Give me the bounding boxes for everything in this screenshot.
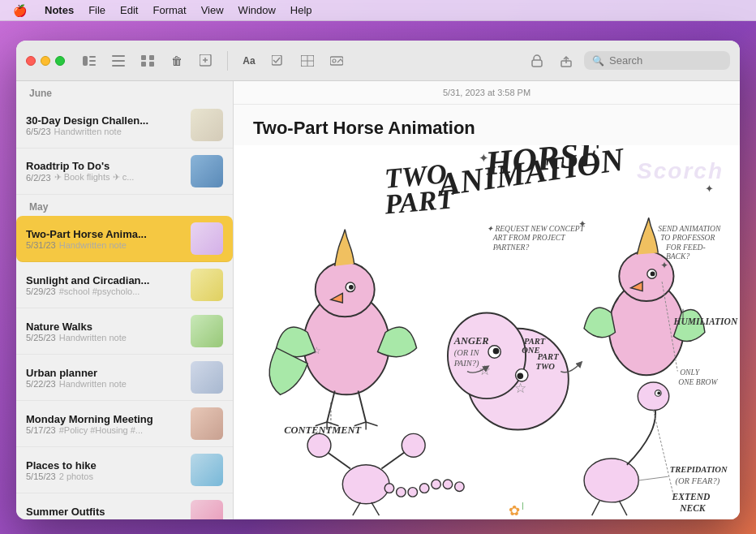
note-thumbnail [191,454,223,486]
format-button[interactable]: Aa [238,50,260,72]
note-info: Roadtrip To Do's 6/2/23 ✈ Book flights ✈… [26,160,183,183]
apple-menu[interactable]: 🍎 [6,2,33,19]
share-button[interactable] [555,50,578,72]
note-info: Two-Part Horse Anima... 5/31/23 Handwrit… [26,228,183,250]
note-title: Summer Outfits [26,506,183,518]
note-meta: 5/29/23 #school #psycholo... [26,286,183,296]
note-meta: 5/15/23 [26,518,183,520]
note-info: Nature Walks 5/25/23 Handwritten note [26,321,183,342]
svg-text:✦: ✦ [705,183,714,195]
svg-text:ONE BROW: ONE BROW [678,377,718,386]
search-input[interactable] [609,54,723,67]
svg-point-85 [455,482,465,492]
svg-rect-6 [112,65,125,67]
svg-text:✦ REQUEST NEW CONCEPT: ✦ REQUEST NEW CONCEPT [487,224,585,233]
svg-text:EXTEND: EXTEND [672,492,711,502]
svg-text:NECK: NECK [679,503,707,513]
svg-point-79 [384,484,394,493]
title-bar: 🗑 Aa [16,41,740,81]
note-item[interactable]: Places to hike 5/15/23 2 photos [16,447,233,493]
svg-text:SEND ANIMATION: SEND ANIMATION [658,224,721,233]
list-view-button[interactable] [107,50,130,72]
svg-text:✦: ✦ [660,261,668,270]
close-button[interactable] [26,56,36,66]
sidebar-toggle-button[interactable] [78,50,101,72]
traffic-lights [26,56,65,66]
svg-point-82 [419,484,429,493]
gallery-view-button[interactable] [136,50,159,72]
note-info: Urban planner 5/22/23 Handwritten note [26,367,183,389]
note-title: Two-Part Horse Anima... [26,228,183,240]
note-title: 30-Day Design Challen... [26,114,183,127]
svg-rect-18 [330,57,343,65]
note-item[interactable]: Urban planner 5/22/23 Handwritten note [16,355,233,401]
note-info: Monday Morning Meeting 5/17/23 #Policy #… [26,413,183,435]
svg-text:PARTNER?: PARTNER? [492,243,530,252]
note-item[interactable]: Summer Outfits 5/15/23 [16,493,233,519]
table-button[interactable] [296,50,319,72]
note-timestamp: 5/31, 2023 at 3:58 PM [234,81,740,105]
media-button[interactable] [325,50,348,72]
note-item[interactable]: Two-Part Horse Anima... 5/31/23 Handwrit… [16,216,233,262]
svg-text:PART: PART [537,352,559,361]
note-editor: 5/31, 2023 at 3:58 PM Two-Part Horse Ani… [234,81,740,519]
menu-help[interactable]: Help [284,2,319,18]
note-meta: 5/22/23 Handwritten note [26,379,183,389]
delete-button[interactable]: 🗑 [165,50,188,72]
search-icon: 🔍 [592,55,604,67]
main-content: June 30-Day Design Challen... 6/5/23 Han… [16,81,740,519]
menu-notes[interactable]: Notes [38,2,80,18]
svg-point-81 [408,488,418,497]
note-item[interactable]: Sunlight and Circadian... 5/29/23 #schoo… [16,262,233,308]
note-item[interactable]: Roadtrip To Do's 6/2/23 ✈ Book flights ✈… [16,149,233,195]
note-meta: 6/2/23 ✈ Book flights ✈ c... [26,172,183,183]
svg-text:PART: PART [524,337,546,346]
menu-view[interactable]: View [195,2,230,18]
svg-rect-3 [89,64,96,66]
new-note-button[interactable] [195,50,217,72]
note-drawing-area[interactable]: TWO PART ANIMATION HORSE ✦ ✦ ✦ [234,145,740,519]
menu-format[interactable]: Format [146,2,192,18]
menu-bar: 🍎 Notes File Edit Format View Window Hel… [0,0,756,21]
note-title[interactable]: Two-Part Horse Animation [234,105,740,145]
note-item[interactable]: Monday Morning Meeting 5/17/23 #Policy #… [16,401,233,447]
svg-text:TO PROFESSOR: TO PROFESSOR [660,233,715,242]
svg-rect-2 [89,60,96,62]
svg-point-58 [651,272,655,277]
svg-rect-14 [272,55,281,65]
svg-text:BACK?: BACK? [666,252,690,261]
june-notes-list: 30-Day Design Challen... 6/5/23 Handwrit… [16,102,233,195]
menu-edit[interactable]: Edit [114,2,144,18]
sidebar-month-may: May [16,195,233,216]
menu-window[interactable]: Window [232,2,282,18]
svg-rect-7 [141,55,146,60]
lock-button[interactable] [526,50,548,72]
note-title: Nature Walks [26,321,183,333]
svg-text:ANGER: ANGER [453,335,489,347]
svg-point-84 [443,480,453,489]
svg-point-34 [349,285,354,290]
may-notes-list: Two-Part Horse Anima... 5/31/23 Handwrit… [16,216,233,519]
note-title: Sunlight and Circadian... [26,274,183,286]
checklist-button[interactable] [267,50,290,72]
minimize-button[interactable] [41,56,50,66]
svg-point-88 [584,459,638,502]
note-thumbnail [191,222,223,255]
svg-point-52 [493,348,500,355]
sidebar: June 30-Day Design Challen... 6/5/23 Han… [16,81,234,519]
note-meta: 5/25/23 Handwritten note [26,333,183,342]
svg-text:PAIN?): PAIN?) [453,359,479,368]
menu-file[interactable]: File [82,2,112,18]
note-item[interactable]: Nature Walks 5/25/23 Handwritten note [16,308,233,355]
note-item[interactable]: 30-Day Design Challen... 6/5/23 Handwrit… [16,102,233,149]
note-title: Roadtrip To Do's [26,160,183,172]
svg-rect-5 [112,60,125,62]
note-info: Sunlight and Circadian... 5/29/23 #schoo… [26,274,183,296]
note-title: Places to hike [26,459,183,472]
svg-point-32 [316,262,375,317]
note-thumbnail [191,315,223,347]
svg-text:☆: ☆ [514,380,526,396]
note-thumbnail [191,407,223,440]
fullscreen-button[interactable] [55,56,65,66]
svg-text:✦: ✦ [479,151,489,165]
